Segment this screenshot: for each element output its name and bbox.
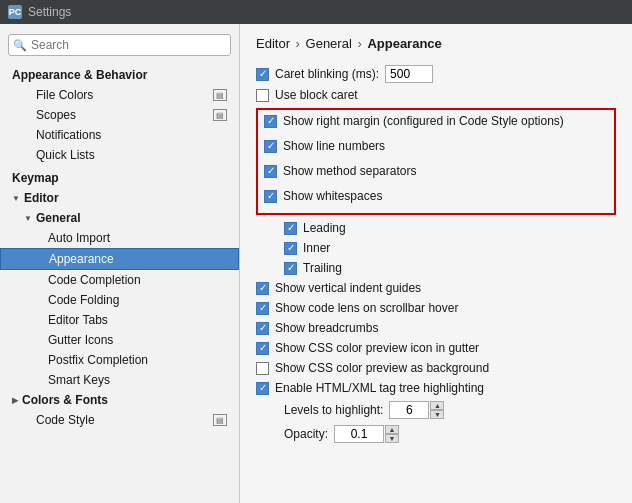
sidebar-item-general[interactable]: ▼ General [0,208,239,228]
sidebar-item-scopes[interactable]: Scopes ▤ [0,105,239,125]
sidebar-item-notifications[interactable]: Notifications [0,125,239,145]
show-line-numbers-row: Show line numbers [264,139,608,153]
sidebar-section-appearance-behavior: Appearance & Behavior [0,62,239,85]
sidebar-item-appearance[interactable]: Appearance [0,248,239,270]
sidebar-section-keymap[interactable]: Keymap [0,165,239,188]
inner-checkbox[interactable] [284,242,297,255]
levels-highlight-up-button[interactable]: ▲ [430,401,444,410]
show-method-separators-label: Show method separators [283,164,416,178]
opacity-up-button[interactable]: ▲ [385,425,399,434]
inner-row: Inner [256,241,616,255]
levels-highlight-input[interactable] [389,401,429,419]
sidebar-item-smart-keys[interactable]: Smart Keys [0,370,239,390]
inner-label: Inner [303,241,330,255]
highlight-group: Show right margin (configured in Code St… [256,108,616,215]
general-expand-triangle: ▼ [24,214,32,223]
show-code-lens-row: Show code lens on scrollbar hover [256,301,616,315]
use-block-caret-row: Use block caret [256,88,616,102]
main-content: 🔍 Appearance & Behavior File Colors ▤ Sc… [0,24,632,503]
show-line-numbers-label: Show line numbers [283,139,385,153]
right-panel: Editor › General › Appearance Caret blin… [240,24,632,503]
enable-html-xml-label: Enable HTML/XML tag tree highlighting [275,381,484,395]
file-colors-icon: ▤ [213,89,227,101]
show-css-preview-icon-checkbox[interactable] [256,342,269,355]
caret-blinking-checkbox[interactable] [256,68,269,81]
show-method-separators-row: Show method separators [264,164,608,178]
show-right-margin-checkbox[interactable] [264,115,277,128]
title-bar: PC Settings [0,0,632,24]
sidebar-item-code-folding[interactable]: Code Folding [0,290,239,310]
show-vertical-indent-checkbox[interactable] [256,282,269,295]
sidebar-item-auto-import[interactable]: Auto Import [0,228,239,248]
enable-html-xml-row: Enable HTML/XML tag tree highlighting [256,381,616,395]
trailing-row: Trailing [256,261,616,275]
show-css-preview-icon-row: Show CSS color preview icon in gutter [256,341,616,355]
breadcrumb-sep1: › [296,36,304,51]
enable-html-xml-checkbox[interactable] [256,382,269,395]
show-whitespaces-checkbox[interactable] [264,190,277,203]
sidebar-item-gutter-icons[interactable]: Gutter Icons [0,330,239,350]
sidebar-item-editor-tabs[interactable]: Editor Tabs [0,310,239,330]
show-vertical-indent-label: Show vertical indent guides [275,281,421,295]
show-css-preview-bg-row: Show CSS color preview as background [256,361,616,375]
sidebar: 🔍 Appearance & Behavior File Colors ▤ Sc… [0,24,240,503]
show-whitespaces-label: Show whitespaces [283,189,382,203]
levels-highlight-down-button[interactable]: ▼ [430,410,444,419]
settings-window: PC Settings 🔍 Appearance & Behavior File… [0,0,632,503]
levels-highlight-row: Levels to highlight: ▲ ▼ [256,401,616,419]
breadcrumb-editor: Editor [256,36,290,51]
editor-expand-triangle: ▼ [12,194,20,203]
show-breadcrumbs-label: Show breadcrumbs [275,321,378,335]
levels-highlight-label: Levels to highlight: [284,403,383,417]
levels-highlight-spinner-buttons: ▲ ▼ [430,401,444,419]
leading-row: Leading [256,221,616,235]
show-line-numbers-checkbox[interactable] [264,140,277,153]
trailing-label: Trailing [303,261,342,275]
sidebar-item-quick-lists[interactable]: Quick Lists [0,145,239,165]
highlight-group-inner: Show right margin (configured in Code St… [264,114,608,209]
use-block-caret-checkbox[interactable] [256,89,269,102]
show-breadcrumbs-row: Show breadcrumbs [256,321,616,335]
leading-label: Leading [303,221,346,235]
sidebar-item-code-completion[interactable]: Code Completion [0,270,239,290]
breadcrumb-sep2: › [357,36,365,51]
show-whitespaces-row: Show whitespaces [264,189,608,203]
use-block-caret-label: Use block caret [275,88,358,102]
show-code-lens-checkbox[interactable] [256,302,269,315]
sidebar-item-file-colors[interactable]: File Colors ▤ [0,85,239,105]
levels-highlight-spinner[interactable]: ▲ ▼ [389,401,444,419]
colors-fonts-triangle: ▶ [12,396,18,405]
breadcrumb-general: General [306,36,352,51]
caret-blinking-input[interactable] [385,65,433,83]
code-style-icon: ▤ [213,414,227,426]
sidebar-section-editor[interactable]: ▼ Editor [0,188,239,208]
sidebar-item-postfix-completion[interactable]: Postfix Completion [0,350,239,370]
trailing-checkbox[interactable] [284,262,297,275]
opacity-row: Opacity: ▲ ▼ [256,425,616,443]
caret-blinking-row: Caret blinking (ms): [256,65,616,83]
caret-blinking-label: Caret blinking (ms): [275,67,379,81]
show-css-preview-bg-checkbox[interactable] [256,362,269,375]
show-method-separators-checkbox[interactable] [264,165,277,178]
breadcrumb-appearance: Appearance [367,36,441,51]
show-code-lens-label: Show code lens on scrollbar hover [275,301,458,315]
opacity-spinner[interactable]: ▲ ▼ [334,425,399,443]
app-icon: PC [8,5,22,19]
show-css-preview-bg-label: Show CSS color preview as background [275,361,489,375]
sidebar-item-colors-fonts[interactable]: ▶ Colors & Fonts [0,390,239,410]
window-title: Settings [28,5,71,19]
opacity-down-button[interactable]: ▼ [385,434,399,443]
show-vertical-indent-row: Show vertical indent guides [256,281,616,295]
search-icon: 🔍 [13,39,27,52]
show-right-margin-row: Show right margin (configured in Code St… [264,114,608,128]
show-css-preview-icon-label: Show CSS color preview icon in gutter [275,341,479,355]
search-input[interactable] [8,34,231,56]
sidebar-item-code-style[interactable]: Code Style ▤ [0,410,239,430]
show-breadcrumbs-checkbox[interactable] [256,322,269,335]
opacity-spinner-buttons: ▲ ▼ [385,425,399,443]
leading-checkbox[interactable] [284,222,297,235]
search-box[interactable]: 🔍 [8,34,231,56]
show-right-margin-label: Show right margin (configured in Code St… [283,114,564,128]
opacity-input[interactable] [334,425,384,443]
breadcrumb: Editor › General › Appearance [256,36,616,51]
